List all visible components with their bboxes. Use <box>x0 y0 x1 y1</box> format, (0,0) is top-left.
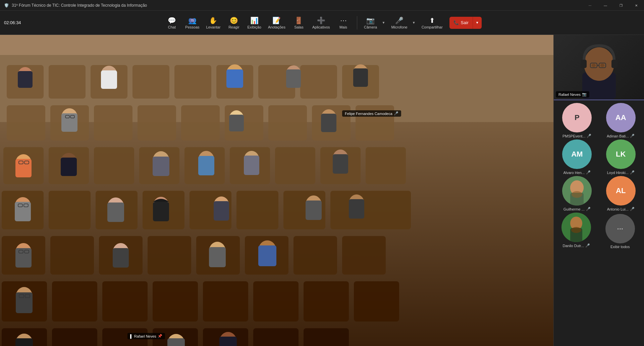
svg-rect-101 <box>153 202 169 221</box>
mic-icon-alvaro: 🎤 <box>586 170 591 175</box>
svg-rect-130 <box>581 60 587 68</box>
toolbar-center: 💬 Chat 👥 75 Pessoas ✋ Levantar 😊 Reagir … <box>162 13 481 33</box>
svg-rect-12 <box>7 105 45 140</box>
camera-label: Câmera <box>364 25 377 29</box>
svg-rect-46 <box>342 236 386 275</box>
avatar-initials-pmsp: P <box>575 113 580 122</box>
exibicao-button[interactable]: 📊 Exibição <box>245 13 264 33</box>
participant-pair-3: Guilherme ... 🎤 AL Antonio Lui... 🎤 <box>556 176 641 211</box>
svg-rect-14 <box>94 105 132 140</box>
pessoas-button[interactable]: 👥 75 Pessoas <box>182 13 202 33</box>
svg-rect-23 <box>94 147 134 184</box>
svg-rect-103 <box>214 201 229 221</box>
exibicao-label: Exibição <box>247 25 261 29</box>
more-dots-icon: ··· <box>617 224 623 233</box>
reagir-icon: 😊 <box>230 16 238 24</box>
mais-button[interactable]: ⋯ Mais <box>334 13 353 33</box>
end-call-group: 📞 Sair ▼ <box>449 17 482 29</box>
participant-card-antonio[interactable]: AL Antonio Lui... 🎤 <box>600 176 642 211</box>
participant-info-adinan: Adinan Bati... 🎤 <box>600 134 642 138</box>
microphone-icon: 🎤 <box>395 16 404 24</box>
participant-card-loyd[interactable]: LK Loyd Hiroki... 🎤 <box>600 139 642 175</box>
svg-point-135 <box>592 64 596 67</box>
mic-chevron-icon: ▼ <box>412 21 416 24</box>
svg-rect-6 <box>132 65 169 99</box>
toolbar-separator-1 <box>357 16 357 30</box>
minimize-button[interactable]: — <box>598 0 613 11</box>
camera-chevron-icon: ▼ <box>382 21 385 24</box>
mais-icon: ⋯ <box>340 16 347 24</box>
show-all-label: Exibir todos <box>610 245 630 249</box>
more-button[interactable]: ··· <box>582 0 598 11</box>
levantar-button[interactable]: ✋ Levantar <box>204 13 223 33</box>
avatar-initials-alvaro: AM <box>571 150 583 159</box>
participant-card-guilherme[interactable]: Guilherme ... 🎤 <box>556 176 598 211</box>
main-area: Felipe Fernandes Camodeca 🎤 ▌ Rafael Nev… <box>0 35 644 346</box>
svg-rect-53 <box>304 281 349 322</box>
microphone-button[interactable]: 🎤 Microfone <box>388 13 410 33</box>
titlebar: 🛡️ 31º Fórum Técnico de TIC: Controle In… <box>0 0 644 11</box>
end-call-label: Sair <box>461 20 469 25</box>
participant-name-alvaro: Alvaro Hen... <box>563 171 585 175</box>
participant-name-danilo: Danilo Dutr... <box>562 244 584 248</box>
svg-rect-85 <box>61 158 77 176</box>
reagir-button[interactable]: 😊 Reagir <box>224 13 243 33</box>
avatar-danilo <box>561 213 591 242</box>
restore-button[interactable]: ❐ <box>613 0 629 11</box>
presenter-face-container <box>554 35 644 100</box>
pessoas-icon: 👥 75 <box>188 16 197 24</box>
aplicativos-label: Aplicativos <box>312 25 330 29</box>
share-button[interactable]: ⬆ Compartilhar <box>419 13 445 33</box>
svg-rect-123 <box>15 338 33 346</box>
presenter-camera-icon: 📷 <box>582 92 587 97</box>
camera-dropdown[interactable]: ▼ <box>380 13 387 33</box>
svg-rect-87 <box>153 157 169 176</box>
participant-row-3: Guilherme ... 🎤 AL Antonio Lui... 🎤 <box>556 176 641 211</box>
salas-button[interactable]: 🚪 Salas <box>289 13 308 33</box>
svg-rect-7 <box>174 65 211 99</box>
svg-rect-0 <box>0 35 553 55</box>
mic-icon-loyd: 🎤 <box>630 170 635 175</box>
chat-button[interactable]: 💬 Chat <box>162 13 181 33</box>
svg-rect-93 <box>333 154 348 174</box>
svg-rect-131 <box>611 60 618 68</box>
svg-rect-107 <box>349 199 364 219</box>
participant-card-adinan[interactable]: AA Adinan Bati... 🎤 <box>600 103 642 138</box>
participant-row-1: P PMSPEvent... 🎤 AA Adinan Bati. <box>556 103 641 138</box>
participant-card-alvaro[interactable]: AM Alvaro Hen... 🎤 <box>556 139 598 175</box>
bar-icon: ▌ <box>130 334 133 338</box>
svg-rect-42 <box>148 236 191 275</box>
svg-rect-77 <box>229 115 244 131</box>
end-call-dropdown[interactable]: ▼ <box>473 17 482 29</box>
exibicao-icon: 📊 <box>250 16 259 24</box>
close-button[interactable]: ✕ <box>629 0 644 11</box>
participant-info-danilo: Danilo Dutr... 🎤 <box>556 243 596 248</box>
show-all-button[interactable]: ··· Exibir todos <box>599 213 642 250</box>
microphone-label: Microfone <box>391 25 407 29</box>
participants-list[interactable]: P PMSPEvent... 🎤 AA Adinan Bati. <box>554 100 644 346</box>
camera-button[interactable]: 📷 Câmera <box>361 13 380 33</box>
avatar-loyd: LK <box>606 139 636 169</box>
levantar-label: Levantar <box>206 25 221 29</box>
participant-pair-2: AM Alvaro Hen... 🎤 LK Loyd Hirok <box>556 139 641 175</box>
main-video-content: Felipe Fernandes Camodeca 🎤 ▌ Rafael Nev… <box>0 35 553 346</box>
svg-rect-18 <box>268 105 307 140</box>
avatar-pmsp: P <box>562 103 592 132</box>
svg-rect-52 <box>253 281 299 322</box>
end-call-button[interactable]: 📞 Sair <box>449 17 473 29</box>
reagir-label: Reagir <box>228 25 239 29</box>
svg-rect-29 <box>366 147 406 184</box>
anotacoes-button[interactable]: 📝 Anotações <box>265 13 288 33</box>
participant-card-danilo[interactable]: Danilo Dutr... 🎤 <box>556 213 596 250</box>
participant-row-2: AM Alvaro Hen... 🎤 LK Loyd Hirok <box>556 139 641 175</box>
window-controls: ··· — ❐ ✕ <box>582 0 644 11</box>
participant-pair-4: Danilo Dutr... 🎤 ··· Exibir todos <box>556 213 641 250</box>
svg-rect-16 <box>181 105 220 140</box>
toolbar: 02:06:34 💬 Chat 👥 75 Pessoas ✋ Levantar … <box>0 11 644 35</box>
microphone-dropdown[interactable]: ▼ <box>410 13 418 33</box>
window-title: 31º Fórum Técnico de TIC: Controle Integ… <box>12 3 147 8</box>
aplicativos-button[interactable]: ➕ Aplicativos <box>310 13 333 33</box>
presenter-name: Rafael Neves <box>558 93 581 97</box>
participant-card-pmsp[interactable]: P PMSPEvent... 🎤 <box>556 103 598 138</box>
svg-point-145 <box>571 227 581 233</box>
